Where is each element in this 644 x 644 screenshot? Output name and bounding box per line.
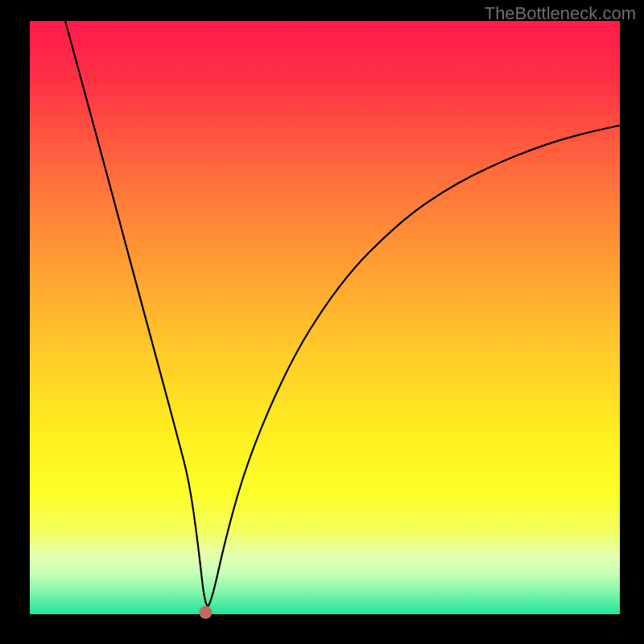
watermark-text: TheBottleneck.com (485, 3, 636, 24)
gradient-background (30, 21, 620, 614)
bottleneck-chart (0, 0, 644, 644)
chart-frame: { "watermark": "TheBottleneck.com", "plo… (0, 0, 644, 644)
optimal-point-marker (199, 606, 212, 619)
